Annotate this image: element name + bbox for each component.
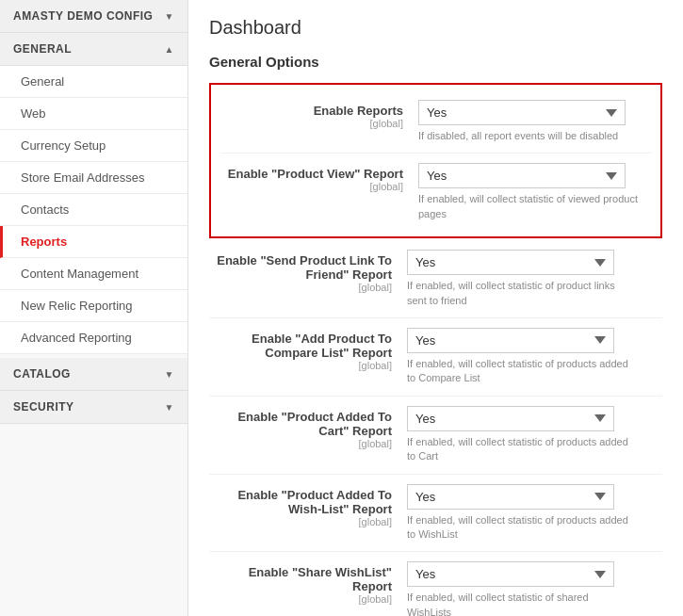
option-row-compare: Enable "Add Product To Compare List" Rep… [209, 318, 662, 397]
chevron-down-icon: ▼ [165, 11, 174, 22]
option-label-wrap-product-view: Enable "Product View" Report [global] [220, 163, 418, 192]
sidebar-item-reports[interactable]: Reports [0, 226, 187, 258]
option-row-send-link: Enable "Send Product Link To Friend" Rep… [209, 240, 662, 318]
sidebar-general-header[interactable]: GENERAL ▲ [0, 33, 187, 66]
option-label-wrap-compare: Enable "Add Product To Compare List" Rep… [209, 328, 407, 371]
option-label-compare: Enable "Add Product To Compare List" Rep… [252, 332, 392, 360]
main-content: Dashboard General Options Enable Reports… [188, 0, 683, 616]
option-row-wishlist: Enable "Product Added To Wish-List" Repo… [209, 475, 662, 553]
highlighted-options-box: Enable Reports [global] Yes No If disabl… [209, 83, 662, 238]
option-label-wrap-share-wishlist: Enable "Share WishList" Report [global] [209, 561, 407, 605]
option-row-cart: Enable "Product Added To Cart" Report [g… [209, 397, 662, 475]
sidebar-catalog-label: CATALOG [13, 367, 71, 381]
sidebar-general-label: GENERAL [13, 42, 72, 56]
option-label-enable-reports: Enable Reports [314, 104, 403, 118]
select-enable-reports[interactable]: Yes No [418, 100, 626, 125]
help-cart: If enabled, will collect statistic of pr… [407, 435, 633, 464]
sidebar-item-currency[interactable]: Currency Setup [0, 130, 187, 162]
options-container: Enable Reports [global] Yes No If disabl… [209, 83, 662, 616]
option-scope-cart: [global] [209, 438, 392, 449]
option-label-wrap-cart: Enable "Product Added To Cart" Report [g… [209, 406, 407, 449]
option-scope-enable-reports: [global] [220, 118, 403, 129]
option-row-enable-reports: Enable Reports [global] Yes No If disabl… [220, 90, 651, 154]
sidebar-item-general[interactable]: General [0, 66, 187, 98]
option-label-send-link: Enable "Send Product Link To Friend" Rep… [217, 253, 392, 282]
option-control-compare: Yes No If enabled, will collect statisti… [407, 328, 662, 386]
section-title: General Options [209, 54, 662, 70]
help-share-wishlist: If enabled, will collect statistic of sh… [407, 591, 633, 616]
option-control-wishlist: Yes No If enabled, will collect statisti… [407, 484, 662, 543]
option-label-wrap-wishlist: Enable "Product Added To Wish-List" Repo… [209, 484, 407, 527]
page-title: Dashboard [209, 17, 662, 39]
chevron-down-icon-security: ▼ [165, 402, 174, 413]
option-control-product-view: Yes No If enabled, will collect statisti… [418, 163, 651, 221]
option-scope-share-wishlist: [global] [209, 593, 392, 605]
help-product-view: If enabled, will collect statistic of vi… [418, 192, 644, 221]
option-scope-send-link: [global] [209, 282, 392, 293]
sidebar-config-label: AMASTY DEMO CONFIG [13, 9, 153, 23]
select-wishlist[interactable]: Yes No [407, 484, 614, 510]
option-control-cart: Yes No If enabled, will collect statisti… [407, 406, 662, 464]
sidebar-security-header[interactable]: SECURITY ▼ [0, 391, 187, 424]
option-label-product-view: Enable "Product View" Report [228, 167, 403, 181]
help-compare: If enabled, will collect statistic of pr… [407, 357, 633, 386]
option-control-share-wishlist: Yes No If enabled, will collect statisti… [407, 561, 662, 616]
select-share-wishlist[interactable]: Yes No [407, 561, 614, 587]
help-wishlist: If enabled, will collect statistic of pr… [407, 513, 633, 543]
option-scope-product-view: [global] [220, 181, 403, 192]
help-enable-reports: If disabled, all report events will be d… [418, 129, 644, 143]
option-scope-wishlist: [global] [209, 516, 392, 527]
option-control-send-link: Yes No If enabled, will collect statisti… [407, 250, 662, 308]
option-label-wrap-enable-reports: Enable Reports [global] [220, 100, 418, 129]
option-label-share-wishlist: Enable "Share WishList" Report [249, 565, 392, 593]
sidebar-catalog-header[interactable]: CATALOG ▼ [0, 358, 187, 391]
help-send-link: If enabled, will collect statistic of pr… [407, 279, 633, 308]
option-scope-compare: [global] [209, 360, 392, 371]
option-row-share-wishlist: Enable "Share WishList" Report [global] … [209, 552, 662, 616]
sidebar-item-advanced[interactable]: Advanced Reporting [0, 322, 187, 354]
option-label-cart: Enable "Product Added To Cart" Report [237, 410, 392, 438]
chevron-up-icon: ▲ [165, 44, 174, 55]
option-label-wrap-send-link: Enable "Send Product Link To Friend" Rep… [209, 250, 407, 293]
sidebar-item-content[interactable]: Content Management [0, 258, 187, 290]
sidebar-item-new-relic[interactable]: New Relic Reporting [0, 290, 187, 322]
option-label-wishlist: Enable "Product Added To Wish-List" Repo… [237, 488, 392, 516]
sidebar-item-contacts[interactable]: Contacts [0, 194, 187, 226]
sidebar-item-store-email[interactable]: Store Email Addresses [0, 162, 187, 194]
option-control-enable-reports: Yes No If disabled, all report events wi… [418, 100, 651, 143]
select-cart[interactable]: Yes No [407, 406, 614, 431]
option-row-enable-product-view: Enable "Product View" Report [global] Ye… [220, 154, 651, 231]
select-product-view[interactable]: Yes No [418, 163, 626, 188]
sidebar-config-header[interactable]: AMASTY DEMO CONFIG ▼ [0, 0, 187, 33]
select-compare[interactable]: Yes No [407, 328, 614, 353]
sidebar: AMASTY DEMO CONFIG ▼ GENERAL ▲ General W… [0, 0, 188, 616]
select-send-link[interactable]: Yes No [407, 250, 614, 275]
chevron-down-icon-catalog: ▼ [165, 369, 174, 380]
sidebar-item-web[interactable]: Web [0, 98, 187, 130]
sidebar-security-label: SECURITY [13, 400, 74, 413]
